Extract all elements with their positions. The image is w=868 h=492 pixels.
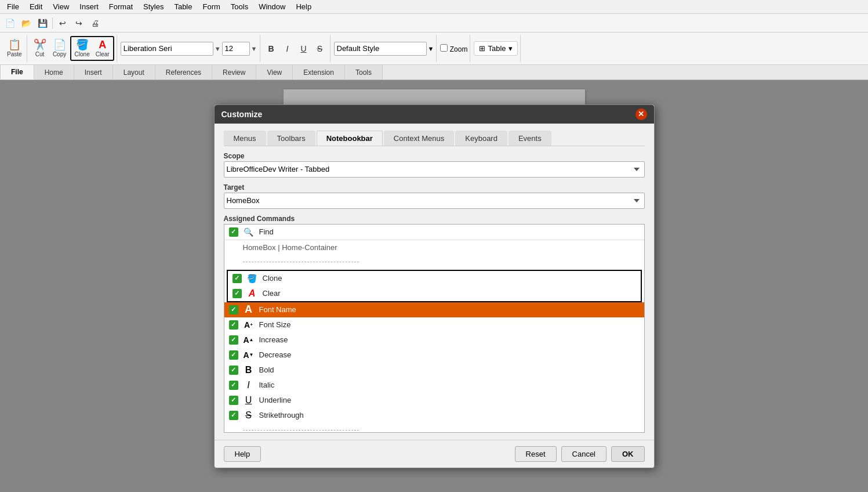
cmd-bold[interactable]: B Bold — [224, 363, 644, 378]
menu-edit[interactable]: Edit — [25, 1, 47, 12]
nb-tab-references[interactable]: References — [155, 65, 212, 79]
customize-dialog: Customize ✕ Menus Toolbars Notebookbar C… — [214, 104, 655, 468]
cmd-font-name-label: Font Name — [259, 305, 296, 314]
menu-window[interactable]: Window — [254, 1, 290, 12]
cmd-font-size[interactable]: A+ Font Size — [224, 317, 644, 332]
nb-tab-tools[interactable]: Tools — [345, 65, 383, 79]
dialog-tab-events[interactable]: Events — [509, 131, 551, 146]
paste-group: 📋 Paste — [2, 35, 27, 62]
menu-table[interactable]: Table — [169, 1, 197, 12]
cmd-font-size-checkbox[interactable] — [229, 320, 238, 330]
ok-button[interactable]: OK — [611, 446, 645, 462]
clone-icon: 🪣 — [76, 39, 89, 50]
cmd-italic-checkbox[interactable] — [229, 381, 238, 390]
copy-button[interactable]: 📄 Copy — [50, 38, 69, 59]
copy-icon: 📄 — [53, 39, 66, 50]
italic-button[interactable]: I — [280, 41, 295, 56]
commands-list[interactable]: 🔍 Find HomeBox | Home-Container — [224, 224, 645, 433]
dialog-tab-toolbars[interactable]: Toolbars — [267, 131, 315, 146]
target-row: Target HomeBox — [224, 183, 645, 209]
cmd-strikethrough-checkbox[interactable] — [229, 411, 238, 420]
menu-tools[interactable]: Tools — [226, 1, 253, 12]
cmd-underline-label: Underline — [259, 396, 292, 404]
cmd-italic[interactable]: I Italic — [224, 378, 644, 393]
undo-button[interactable]: ↩ — [55, 16, 70, 31]
print-button[interactable]: 🖨 — [88, 16, 103, 31]
cmd-clear-checkbox[interactable] — [233, 289, 242, 298]
dialog-titlebar: Customize ✕ — [215, 105, 654, 124]
cmd-clone[interactable]: 🪣 Clone — [228, 271, 641, 286]
clear-button[interactable]: A Clear — [93, 38, 112, 59]
cmd-clear[interactable]: A Clear — [228, 286, 641, 301]
bold-button[interactable]: B — [264, 41, 279, 56]
cmd-underline[interactable]: U Underline — [224, 393, 644, 408]
menu-help[interactable]: Help — [291, 1, 316, 12]
dialog-tab-notebookbar[interactable]: Notebookbar — [317, 131, 383, 146]
zoom-checkbox-label: Zoom — [440, 44, 467, 53]
scope-select[interactable]: LibreOfficeDev Writer - Tabbed — [224, 161, 645, 178]
nb-tab-layout[interactable]: Layout — [113, 65, 155, 79]
cmd-font-size-label: Font Size — [259, 320, 291, 329]
clone-button[interactable]: 🪣 Clone — [72, 38, 92, 59]
clear-label: Clear — [96, 51, 110, 57]
paste-button[interactable]: 📋 Paste — [5, 38, 24, 59]
nb-tab-home[interactable]: Home — [34, 65, 74, 79]
dialog-title: Customize — [221, 110, 263, 119]
redo-button[interactable]: ↪ — [71, 16, 86, 31]
sep2-line — [243, 430, 359, 430]
strike-button[interactable]: S — [313, 41, 328, 56]
nb-tab-insert[interactable]: Insert — [74, 65, 113, 79]
target-select[interactable]: HomeBox — [224, 193, 645, 209]
cmd-bold-checkbox[interactable] — [229, 366, 238, 375]
scope-row: Scope LibreOfficeDev Writer - Tabbed — [224, 152, 645, 178]
reset-button[interactable]: Reset — [515, 446, 557, 462]
cmd-font-name-checkbox[interactable] — [229, 305, 238, 314]
menu-bar: File Edit View Insert Format Styles Tabl… — [0, 0, 868, 14]
cmd-find[interactable]: 🔍 Find — [224, 225, 644, 240]
underline-button[interactable]: U — [296, 41, 311, 56]
table-button[interactable]: ⊞ Table ▾ — [474, 41, 517, 56]
menu-form[interactable]: Form — [198, 1, 224, 12]
menu-view[interactable]: View — [48, 1, 74, 12]
cancel-button[interactable]: Cancel — [561, 446, 606, 462]
style-input[interactable] — [334, 42, 427, 56]
zoom-label: Zoom — [450, 45, 468, 53]
scope-label: Scope — [224, 152, 645, 160]
cmd-decrease[interactable]: A▼ Decrease — [224, 348, 644, 363]
dialog-close-button[interactable]: ✕ — [635, 108, 647, 120]
cmd-sep1 — [224, 255, 644, 270]
cmd-clone-checkbox[interactable] — [233, 274, 242, 283]
modal-overlay: Customize ✕ Menus Toolbars Notebookbar C… — [0, 80, 868, 492]
font-size-input[interactable] — [222, 42, 250, 56]
font-size-dropdown-icon: ▼ — [251, 45, 257, 52]
cmd-underline-checkbox[interactable] — [229, 396, 238, 405]
nb-tab-view[interactable]: View — [256, 65, 293, 79]
table-label: Table — [488, 44, 506, 53]
cut-button[interactable]: ✂️ Cut — [31, 38, 49, 59]
menu-insert[interactable]: Insert — [75, 1, 103, 12]
cmd-find-checkbox[interactable] — [229, 227, 238, 237]
menu-styles[interactable]: Styles — [139, 1, 168, 12]
font-name-input[interactable] — [121, 42, 213, 56]
dialog-tab-menus[interactable]: Menus — [224, 131, 266, 146]
open-button[interactable]: 📂 — [19, 16, 34, 31]
cmd-decrease-checkbox[interactable] — [229, 350, 238, 360]
target-label: Target — [224, 183, 645, 191]
nb-tab-review[interactable]: Review — [212, 65, 256, 79]
cmd-font-name[interactable]: A Font Name — [224, 302, 644, 317]
menu-format[interactable]: Format — [104, 1, 137, 12]
dialog-tab-keyboard[interactable]: Keyboard — [455, 131, 507, 146]
cmd-strikethrough[interactable]: S Strikethrough — [224, 408, 644, 423]
cmd-increase[interactable]: A▲ Increase — [224, 332, 644, 348]
cmd-increase-checkbox[interactable] — [229, 335, 238, 345]
dialog-tab-context-menus[interactable]: Context Menus — [384, 131, 454, 146]
cmd-italic-icon: I — [243, 379, 255, 391]
save-button[interactable]: 💾 — [35, 16, 50, 31]
nb-tab-file[interactable]: File — [0, 65, 34, 79]
zoom-checkbox[interactable] — [440, 44, 448, 52]
zoom-group: Zoom — [438, 35, 470, 62]
new-button[interactable]: 📄 — [2, 16, 17, 31]
help-button[interactable]: Help — [224, 446, 262, 462]
nb-tab-extension[interactable]: Extension — [293, 65, 345, 79]
menu-file[interactable]: File — [2, 1, 24, 12]
